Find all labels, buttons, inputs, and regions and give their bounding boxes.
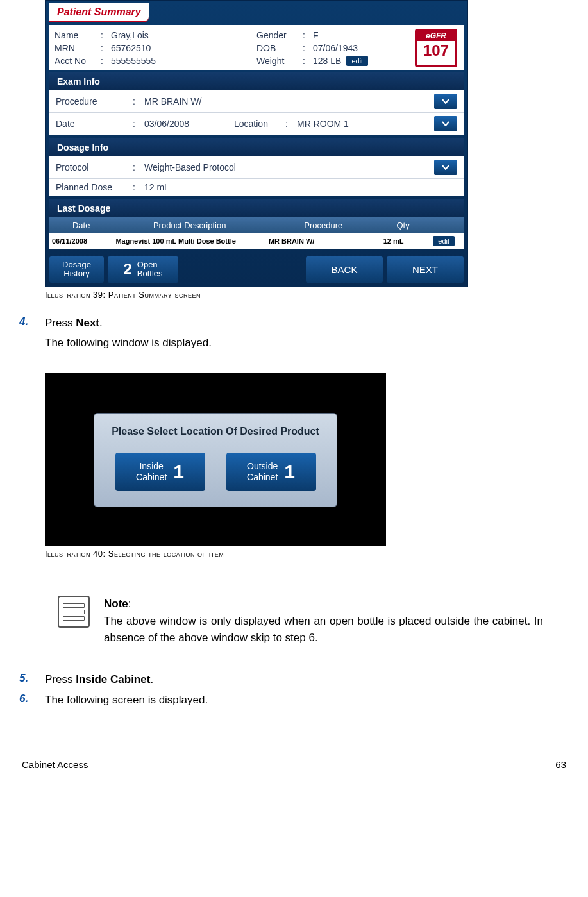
step-4-text: Press Next.: [45, 315, 569, 331]
gender-label: Gender: [256, 30, 303, 40]
exam-date-label: Date: [56, 119, 133, 129]
dosage-history-line2: History: [63, 269, 89, 278]
dosage-info-header: Dosage Info: [49, 138, 464, 156]
step-6-number: 6.: [19, 692, 45, 708]
footer-section: Cabinet Access: [22, 759, 88, 770]
step-4-number: 4.: [19, 315, 45, 331]
outside-cabinet-button[interactable]: OutsideCabinet 1: [226, 453, 316, 491]
col-qty: Qty: [381, 221, 426, 230]
egfr-badge: eGFR 107: [415, 29, 457, 67]
last-dosage-columns: Date Product Description Procedure Qty: [49, 217, 464, 233]
patient-summary-screen: Patient Summary eGFR 107 Name:Gray,Lois …: [45, 0, 468, 287]
inside-cabinet-count: 1: [173, 461, 184, 483]
procedure-label: Procedure: [56, 96, 133, 106]
ld-date-value: 06/11/2008: [49, 237, 113, 245]
col-procedure: Procedure: [266, 221, 381, 230]
next-button[interactable]: NEXT: [387, 256, 464, 283]
protocol-label: Protocol: [56, 162, 133, 172]
illustration-40-caption: Illustration 40: Selecting the location …: [45, 548, 386, 560]
location-select-screen: Please Select Location Of Desired Produc…: [45, 373, 386, 546]
step-4-sub-text: The following window is displayed.: [45, 335, 569, 351]
location-dropdown[interactable]: [434, 116, 457, 131]
dob-label: DOB: [256, 43, 303, 53]
name-value: Gray,Lois: [111, 30, 149, 40]
note-icon: [58, 596, 90, 628]
col-product: Product Description: [113, 221, 266, 230]
dosage-history-button[interactable]: Dosage History: [49, 256, 104, 283]
planned-dose-label: Planned Dose: [56, 182, 133, 192]
procedure-value: MR BRAIN W/: [144, 96, 434, 106]
open-bottles-count: 2: [123, 260, 131, 278]
mrn-value: 65762510: [111, 43, 151, 53]
outside-cabinet-count: 1: [284, 461, 295, 483]
ld-procedure-value: MR BRAIN W/: [266, 237, 381, 245]
location-dialog: Please Select Location Of Desired Produc…: [94, 413, 337, 507]
procedure-dropdown[interactable]: [434, 94, 457, 109]
mrn-label: MRN: [55, 43, 101, 53]
protocol-dropdown[interactable]: [434, 160, 457, 175]
weight-label: Weight: [256, 56, 303, 66]
back-button[interactable]: BACK: [306, 256, 383, 283]
egfr-value: 107: [417, 41, 455, 60]
col-date: Date: [49, 221, 113, 230]
note-text: Note: The above window is only displayed…: [104, 596, 569, 646]
open-bottles-line1: Open: [137, 260, 158, 269]
location-value: MR ROOM 1: [297, 119, 434, 129]
bottom-bar: Dosage History 2 OpenBottles BACK NEXT: [46, 253, 467, 287]
exam-date-value: 03/06/2008: [144, 119, 234, 129]
last-dosage-header: Last Dosage: [49, 199, 464, 217]
weight-edit-button[interactable]: edit: [346, 56, 368, 66]
dob-value: 07/06/1943: [313, 43, 358, 53]
last-dosage-edit-button[interactable]: edit: [433, 236, 455, 246]
patient-info-panel: eGFR 107 Name:Gray,Lois Gender:F MRN:657…: [49, 25, 464, 70]
name-label: Name: [55, 30, 101, 40]
weight-value: 128 LB: [313, 56, 341, 66]
open-bottles-button[interactable]: 2 OpenBottles: [108, 256, 178, 283]
open-bottles-line2: Bottles: [137, 269, 163, 278]
step-5-number: 5.: [19, 672, 45, 687]
exam-info-header: Exam Info: [49, 72, 464, 90]
planned-dose-value: 12 mL: [144, 182, 457, 192]
egfr-label: eGFR: [417, 31, 455, 41]
patient-summary-tab: Patient Summary: [49, 3, 149, 22]
inside-cabinet-button[interactable]: InsideCabinet 1: [115, 453, 205, 491]
acct-label: Acct No: [55, 56, 101, 66]
location-label: Location: [234, 119, 285, 129]
ld-qty-value: 12 mL: [381, 237, 426, 245]
step-6-text: The following screen is displayed.: [45, 692, 569, 708]
gender-value: F: [313, 30, 319, 40]
last-dosage-row: 06/11/2008 Magnevist 100 mL Multi Dose B…: [49, 233, 464, 249]
dosage-history-line1: Dosage: [62, 260, 91, 269]
illustration-39-caption: Illustration 39: Patient Summary screen: [45, 289, 489, 301]
protocol-value: Weight-Based Protocol: [144, 162, 434, 172]
step-5-text: Press Inside Cabinet.: [45, 672, 569, 687]
acct-value: 555555555: [111, 56, 156, 66]
ld-product-value: Magnevist 100 mL Multi Dose Bottle: [113, 237, 265, 245]
page-number: 63: [555, 759, 566, 770]
dialog-title: Please Select Location Of Desired Produc…: [105, 425, 326, 439]
